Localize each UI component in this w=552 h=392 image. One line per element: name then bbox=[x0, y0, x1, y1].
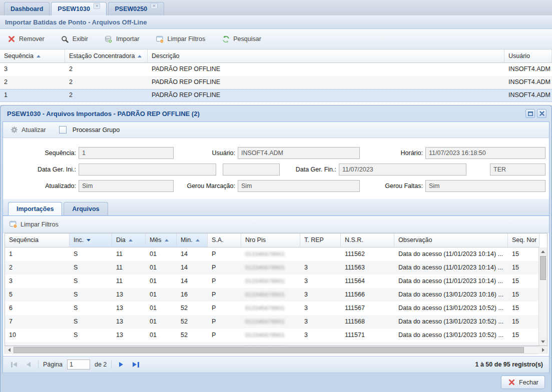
main-tab-psew1030[interactable]: PSEW1030✕ bbox=[51, 2, 107, 16]
table-row[interactable]: 12PADRÃO REP OFFLINEINSOFT4.ADM bbox=[0, 89, 552, 102]
modal-toolbar: Atualizar Processar Grupo bbox=[3, 122, 549, 138]
weekday-field[interactable]: TER bbox=[490, 164, 545, 176]
usuario-field[interactable]: INSOFT4.ADM bbox=[238, 147, 360, 159]
table-cell: 15 bbox=[508, 328, 538, 342]
table-cell: 11 bbox=[112, 248, 146, 261]
tab-close-icon[interactable]: ✕ bbox=[151, 3, 158, 9]
column-header-nro-pis[interactable]: Nro Pis bbox=[241, 234, 300, 248]
scroll-up-icon[interactable] bbox=[539, 248, 547, 256]
table-cell: 15 bbox=[508, 342, 538, 346]
table-cell: 111569 bbox=[341, 342, 394, 346]
tab-arquivos[interactable]: Arquivos bbox=[64, 202, 108, 216]
vertical-scroll-thumb[interactable] bbox=[540, 256, 546, 280]
column-header-inc[interactable]: Inc. bbox=[70, 234, 112, 248]
table-cell: P bbox=[208, 288, 241, 302]
previous-page-button[interactable] bbox=[24, 362, 34, 367]
table-cell: P bbox=[208, 274, 241, 288]
column-header-sequ-ncia[interactable]: Sequência bbox=[5, 234, 70, 248]
table-row[interactable]: 32PADRÃO REP OFFLINEINSOFT4.ADM bbox=[0, 63, 552, 76]
data-ger-fin-field[interactable]: 11/07/2023 bbox=[339, 164, 466, 176]
column-header-seq-nor[interactable]: Seq. Nor bbox=[508, 234, 539, 248]
sequencia-field[interactable]: 1 bbox=[79, 147, 174, 159]
column-header-observa-o[interactable]: Observação bbox=[394, 234, 508, 248]
close-icon[interactable] bbox=[537, 109, 546, 118]
button-label: Limpar Filtros bbox=[168, 36, 206, 42]
scroll-down-icon[interactable] bbox=[539, 338, 547, 346]
gerou-marcacao-field[interactable]: Sim bbox=[238, 180, 360, 192]
scroll-left-icon[interactable] bbox=[5, 346, 13, 354]
table-cell: 3 bbox=[300, 261, 341, 274]
table-cell: 7 bbox=[5, 315, 70, 328]
table-cell: Data do acesso (13/01/2023 10:52) ... bbox=[394, 342, 508, 346]
tab-importa-es[interactable]: Importações bbox=[8, 202, 62, 216]
grid-header-row: SequênciaEstação ConcentradoraDescriçãoU… bbox=[0, 50, 552, 63]
pesquisar-button[interactable]: Pesquisar bbox=[222, 35, 261, 43]
main-tab-dashboard[interactable]: Dashboard bbox=[4, 2, 50, 16]
table-cell: 012345678901 bbox=[241, 315, 300, 328]
atualizado-field[interactable]: Sim bbox=[79, 180, 174, 192]
column-header-min[interactable]: Min. bbox=[177, 234, 208, 248]
page-title: Importar Batidas de Ponto - Arquivos Off… bbox=[0, 16, 552, 29]
clear-filters-icon bbox=[156, 35, 164, 43]
column-label: Inc. bbox=[74, 234, 84, 247]
table-cell: P bbox=[208, 261, 241, 274]
remover-button[interactable]: Remover bbox=[8, 35, 45, 43]
atualizar-button[interactable]: Atualizar bbox=[10, 126, 46, 134]
column-header-usu-rio[interactable]: Usuário bbox=[504, 50, 552, 63]
gerou-faltas-field[interactable]: Sim bbox=[425, 180, 545, 192]
limpar-filtros-button[interactable]: Limpar Filtros bbox=[9, 220, 59, 228]
scroll-right-icon[interactable] bbox=[539, 346, 547, 354]
last-page-button[interactable] bbox=[131, 362, 141, 368]
column-header-n-s-r[interactable]: N.S.R. bbox=[341, 234, 394, 248]
table-row[interactable]: 2S110114P0123456789013111563Data do aces… bbox=[5, 261, 538, 274]
column-header-t-rep[interactable]: T. REP bbox=[300, 234, 341, 248]
data-ger-ini-field[interactable] bbox=[79, 164, 216, 176]
table-row[interactable]: 22PADRÃO REP OFFLINEINSOFT4.ADM bbox=[0, 76, 552, 89]
table-row[interactable]: 3S110114P0123456789013111564Data do aces… bbox=[5, 274, 538, 288]
detail-tab-bar: ImportaçõesArquivos bbox=[3, 199, 549, 216]
magnifier-icon bbox=[61, 35, 69, 43]
tab-close-icon[interactable]: ✕ bbox=[94, 3, 101, 9]
button-label: Remover bbox=[19, 36, 45, 42]
table-cell: INSOFT4.ADM bbox=[504, 90, 552, 102]
table-row[interactable]: 8S130152P0123456789013111569Data do aces… bbox=[5, 342, 538, 346]
table-cell: 15 bbox=[508, 261, 538, 274]
table-cell: 111568 bbox=[341, 315, 394, 328]
table-cell bbox=[300, 248, 341, 261]
exibir-button[interactable]: Exibir bbox=[61, 35, 88, 43]
table-cell: Data do acesso (11/01/2023 10:14) ... bbox=[394, 274, 508, 288]
fechar-button[interactable]: Fechar bbox=[501, 376, 545, 389]
column-label: Usuário bbox=[508, 50, 530, 62]
table-cell: 111567 bbox=[341, 302, 394, 315]
column-header-s-a[interactable]: S.A. bbox=[208, 234, 241, 248]
table-cell: INSOFT4.ADM bbox=[504, 76, 552, 89]
tab-label: Arquivos bbox=[72, 206, 99, 212]
table-row[interactable]: 7S130152P0123456789013111568Data do aces… bbox=[5, 315, 538, 328]
next-page-button[interactable] bbox=[116, 362, 126, 367]
main-tab-psew0250[interactable]: PSEW0250✕ bbox=[108, 2, 164, 16]
table-cell: 6 bbox=[5, 302, 70, 315]
column-header-sequ-ncia[interactable]: Sequência bbox=[0, 50, 65, 63]
column-header-esta-o-concentradora[interactable]: Estação Concentradora bbox=[65, 50, 148, 63]
column-header-m-s[interactable]: Mês bbox=[146, 234, 177, 248]
processar-grupo-checkbox[interactable] bbox=[59, 126, 67, 134]
column-header-dia[interactable]: Dia bbox=[112, 234, 146, 248]
column-header-descri-o[interactable]: Descrição bbox=[148, 50, 504, 63]
table-row[interactable]: 1S110114P012345678901111562Data do acess… bbox=[5, 248, 538, 261]
vertical-scrollbar[interactable] bbox=[538, 248, 547, 346]
table-cell: 8 bbox=[5, 342, 70, 346]
horizontal-scrollbar[interactable] bbox=[5, 346, 547, 354]
offline-files-grid: SequênciaEstação ConcentradoraDescriçãoU… bbox=[0, 50, 552, 105]
horizontal-scroll-thumb[interactable] bbox=[14, 347, 524, 353]
table-cell: PADRÃO REP OFFLINE bbox=[148, 76, 504, 89]
data-ger-ini-aux-field[interactable] bbox=[223, 164, 280, 176]
maximize-icon[interactable] bbox=[525, 109, 535, 118]
table-row[interactable]: 6S130152P0123456789013111567Data do aces… bbox=[5, 302, 538, 315]
first-page-button[interactable] bbox=[9, 362, 19, 368]
importar-button[interactable]: Importar bbox=[105, 35, 140, 43]
table-row[interactable]: 10S130152P0123456789013111571Data do ace… bbox=[5, 328, 538, 342]
page-number-input[interactable] bbox=[67, 360, 90, 370]
horario-field[interactable]: 11/07/2023 16:18:50 bbox=[425, 147, 545, 159]
limpar-filtros-button[interactable]: Limpar Filtros bbox=[156, 35, 206, 43]
table-row[interactable]: 5S130116P0123456789013111566Data do aces… bbox=[5, 288, 538, 302]
